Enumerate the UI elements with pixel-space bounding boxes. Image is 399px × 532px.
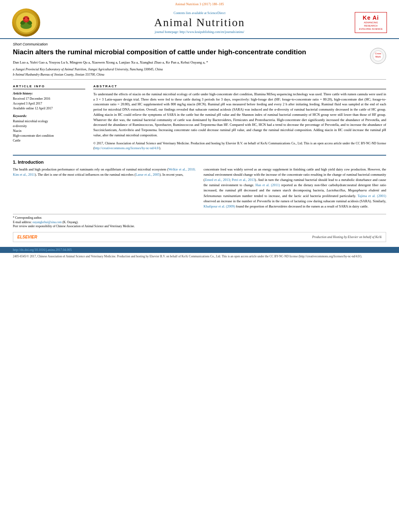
abstract-copyright: © 2017, Chinese Association of Animal Sc… bbox=[93, 141, 386, 151]
intro-number: 1. bbox=[13, 160, 16, 164]
ref-zened[interactable]: Zened et al., 2013 bbox=[205, 178, 230, 182]
bottom-copyright: 2405-6545/© 2017, Chinese Association of… bbox=[0, 253, 399, 261]
contents-text: Contents lists available at bbox=[174, 11, 207, 15]
elsevier-logo: ELSEVIER bbox=[17, 235, 37, 239]
keyword-3: Niacin bbox=[13, 129, 85, 133]
authors-text: Dan Luo a, Yufei Gao a, Youyou Lu b, Min… bbox=[13, 60, 208, 64]
history-label: Article history: bbox=[13, 92, 85, 95]
available-date: Available online 12 April 2017 bbox=[13, 106, 85, 111]
crossmark-badge: Cross Mark bbox=[370, 48, 386, 64]
doi-link[interactable]: http://dx.doi.org/10.1016/j.aninu.2017.0… bbox=[13, 248, 72, 252]
journal-name: Animal Nutrition bbox=[44, 16, 355, 29]
abstract-header: ABSTRACT bbox=[93, 84, 386, 89]
affiliation-a: a Jiangxi Provincial Key Laboratory of A… bbox=[13, 67, 386, 72]
article-info-col: ARTICLE INFO Article history: Received 1… bbox=[13, 84, 85, 151]
introduction-section: 1. Introduction The health and high prod… bbox=[13, 160, 386, 209]
emblem-svg bbox=[14, 10, 38, 35]
copyright-text: © 2017, Chinese Association of Animal Sc… bbox=[93, 142, 386, 150]
ref-han[interactable]: Han et al. (2011) bbox=[255, 183, 280, 187]
sciencedirect-link[interactable]: ScienceDirect bbox=[208, 11, 226, 15]
article-title: Niacin alters the ruminal microbial comp… bbox=[13, 48, 343, 57]
intro-body-columns: The health and high production performan… bbox=[13, 167, 386, 209]
intro-left-col: The health and high production performan… bbox=[13, 167, 195, 209]
ref-kim[interactable]: Kim et al., 2011 bbox=[13, 173, 35, 177]
keai-tagline1: ADVANCING RESEARCH bbox=[358, 21, 384, 28]
intro-heading: Introduction bbox=[18, 160, 43, 164]
keywords-label: Keywords: bbox=[13, 114, 85, 118]
ref-khafipour[interactable]: Khafipour et al. (2009) bbox=[204, 204, 235, 208]
footnote-email: E-mail address: ouyangkehui@sina.com (K.… bbox=[13, 220, 386, 225]
svg-point-7 bbox=[23, 18, 25, 19]
article-type: Short Communication bbox=[13, 42, 386, 46]
journal-homepage: journal homepage: http://www.keaipublish… bbox=[44, 30, 355, 34]
ref-petri[interactable]: Petri et al., 2013 bbox=[232, 178, 255, 182]
keai-logo-box: Ke Ai ADVANCING RESEARCH EVOLVING SCIENC… bbox=[355, 12, 387, 33]
intro-right-text: concentrate feed was widely served as an… bbox=[204, 167, 386, 209]
email-address[interactable]: ouyangkehui@sina.com bbox=[33, 220, 62, 224]
intro-title: 1. Introduction bbox=[13, 160, 386, 164]
affiliation-b: b Animal Husbandry Bureau of Jinxian Cou… bbox=[13, 72, 386, 77]
journal-citation-bar: Animal Nutrition 3 (2017) 180–185 bbox=[0, 0, 399, 7]
intro-right-col: concentrate feed was widely served as an… bbox=[204, 167, 386, 209]
elsevier-footer: ELSEVIER Production and Hosting by Elsev… bbox=[13, 232, 386, 242]
email-after: (K. Ouyang). bbox=[62, 220, 78, 224]
email-label: E-mail address: bbox=[13, 220, 32, 224]
crossmark-area: Cross Mark bbox=[370, 48, 386, 64]
contents-line: Contents lists available at ScienceDirec… bbox=[44, 11, 355, 15]
received-date: Received 17 December 2016 bbox=[13, 97, 85, 101]
keyword-5: Cattle bbox=[13, 138, 85, 143]
abstract-body: To understand the effects of niacin on t… bbox=[93, 92, 386, 138]
footnote-area: * Corresponding author. E-mail address: … bbox=[13, 214, 386, 229]
section-divider bbox=[13, 155, 386, 156]
journal-title-center: Contents lists available at ScienceDirec… bbox=[44, 11, 355, 34]
keyword-4: High-concentrate diet condition bbox=[13, 134, 85, 138]
header-divider bbox=[13, 79, 386, 80]
svg-point-8 bbox=[27, 18, 29, 19]
keai-tagline2: EVOLVING SCIENCE bbox=[358, 28, 384, 31]
accepted-date: Accepted 3 April 2017 bbox=[13, 101, 85, 106]
keai-name: Ke Ai bbox=[358, 14, 384, 21]
keyword-1: Ruminal microbial ecology bbox=[13, 119, 85, 123]
ref-larue[interactable]: Larue et al., 2005 bbox=[136, 173, 160, 177]
page: Animal Nutrition 3 (2017) 180–185 bbox=[0, 0, 399, 532]
peer-review-note: Peer review under responsibility of Chin… bbox=[13, 224, 386, 229]
logo-row: Contents lists available at ScienceDirec… bbox=[0, 7, 399, 39]
journal-emblem bbox=[12, 8, 44, 37]
ref-welkie[interactable]: Welkie et al., 2010; bbox=[169, 167, 195, 171]
emblem-circle bbox=[12, 8, 40, 37]
svg-text:Mark: Mark bbox=[375, 55, 381, 58]
journal-citation: Animal Nutrition 3 (2017) 180–185 bbox=[175, 2, 224, 6]
keai-logo-area: Ke Ai ADVANCING RESEARCH EVOLVING SCIENC… bbox=[355, 12, 387, 33]
article-body: Short Communication Niacin alters the ru… bbox=[0, 39, 399, 245]
info-abstract-columns: ARTICLE INFO Article history: Received 1… bbox=[13, 84, 386, 151]
elsevier-footer-text: Production and Hosting by Elsevier on be… bbox=[312, 235, 382, 239]
svg-text:Cross: Cross bbox=[375, 52, 381, 55]
title-crossmark-row: Niacin alters the ruminal microbial comp… bbox=[13, 48, 386, 57]
abstract-text-content: To understand the effects of niacin on t… bbox=[93, 92, 386, 137]
keyword-2: α-diversity bbox=[13, 124, 85, 128]
copyright-link[interactable]: http://creativecommons.org/licenses/by-n… bbox=[95, 146, 159, 150]
homepage-text: journal homepage: bbox=[155, 30, 179, 34]
crossmark-icon: Cross Mark bbox=[372, 50, 384, 62]
abstract-col: ABSTRACT To understand the effects of ni… bbox=[93, 84, 386, 151]
star-note: * Corresponding author. bbox=[13, 216, 42, 220]
authors-line: Dan Luo a, Yufei Gao a, Youyou Lu b, Min… bbox=[13, 60, 386, 66]
bottom-copyright-text: 2405-6545/© 2017, Chinese Association of… bbox=[13, 255, 362, 258]
ref-tajima[interactable]: Tajima et al. (2001) bbox=[358, 194, 386, 198]
doi-bar: http://dx.doi.org/10.1016/j.aninu.2017.0… bbox=[0, 247, 399, 253]
footnote-star: * Corresponding author. bbox=[13, 216, 386, 220]
article-info-header: ARTICLE INFO bbox=[13, 84, 85, 89]
homepage-link[interactable]: http://www.keaipublishing.com/en/journal… bbox=[179, 30, 244, 34]
intro-left-text: The health and high production performan… bbox=[13, 167, 195, 177]
